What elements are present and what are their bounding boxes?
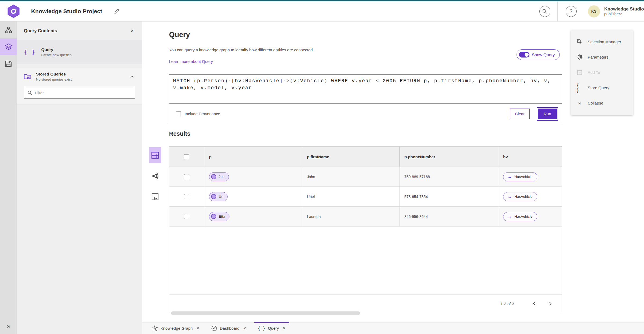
rail-item-link-chart[interactable] bbox=[0, 21, 17, 38]
dashboard-icon bbox=[211, 325, 217, 331]
query-item-text: Query Create new queries bbox=[41, 47, 72, 57]
table-row: Joe John 759-889-57168 → HasVehicle bbox=[169, 167, 562, 187]
app-header: Knowledge Studio Project ? KS Knowledge … bbox=[0, 1, 644, 21]
tab-knowledge-graph[interactable]: Knowledge Graph ✕ bbox=[146, 322, 205, 334]
entity-node-icon bbox=[211, 214, 216, 219]
tab-close-icon[interactable]: ✕ bbox=[243, 326, 246, 330]
app-logo-icon bbox=[7, 4, 20, 18]
relationship-arrow-icon: → bbox=[508, 214, 512, 219]
entity-label: Etta bbox=[219, 214, 225, 218]
column-header-firstname[interactable]: p.firstName bbox=[302, 147, 400, 167]
view-toggle-link-chart[interactable] bbox=[149, 168, 161, 184]
entity-pill[interactable]: Joe bbox=[209, 172, 229, 181]
include-provenance-checkbox[interactable] bbox=[176, 111, 181, 116]
user-org-name: Knowledge Studio bbox=[604, 6, 644, 12]
header-search-wrap bbox=[532, 6, 557, 17]
query-textarea[interactable]: MATCH (p:Person)-[hv:HasVehicle]->(v:Veh… bbox=[169, 75, 562, 104]
cell-p: Etta bbox=[204, 207, 302, 226]
next-page-button[interactable] bbox=[546, 299, 555, 308]
view-toggle-chart[interactable] bbox=[149, 189, 161, 205]
chevron-right-icon bbox=[549, 301, 552, 306]
tab-close-icon[interactable]: ✕ bbox=[196, 326, 199, 330]
braces-icon: { } bbox=[24, 49, 35, 55]
table-footer: 1-3 of 3 bbox=[169, 294, 562, 313]
table-row: Etta Lauretta 846-956-8644 → HasVehicle bbox=[169, 207, 562, 227]
run-button[interactable]: Run bbox=[537, 107, 558, 121]
row-checkbox[interactable] bbox=[184, 194, 189, 199]
clear-button[interactable]: Clear bbox=[510, 109, 530, 119]
search-icon bbox=[542, 9, 547, 14]
cell-p: Uri bbox=[204, 187, 302, 206]
menu-item-store-query[interactable]: { } Store Query bbox=[571, 80, 633, 95]
show-query-label: Show Query bbox=[532, 52, 555, 57]
menu-item-label: Parameters bbox=[588, 55, 609, 59]
query-editor: MATCH (p:Person)-[hv:HasVehicle]->(v:Veh… bbox=[169, 74, 562, 124]
entity-label: Uri bbox=[219, 195, 223, 199]
chart-view-icon bbox=[152, 193, 159, 200]
query-item-title: Query bbox=[41, 47, 72, 52]
prev-page-button[interactable] bbox=[530, 299, 539, 308]
layers-icon bbox=[5, 43, 12, 51]
select-all-checkbox[interactable] bbox=[184, 154, 189, 159]
show-query-toggle[interactable]: Show Query bbox=[517, 49, 560, 60]
row-checkbox[interactable] bbox=[184, 214, 189, 219]
row-checkbox[interactable] bbox=[184, 174, 189, 179]
braces-icon: { } bbox=[258, 326, 265, 331]
cell-firstname: Uriel bbox=[302, 187, 400, 206]
relationship-pill[interactable]: → HasVehicle bbox=[503, 212, 537, 221]
relationship-pill[interactable]: → HasVehicle bbox=[503, 192, 537, 201]
sidebar-item-query[interactable]: { } Query Create new queries bbox=[17, 40, 142, 64]
table-row: Uri Uriel 578-654-7854 → HasVehicle bbox=[169, 187, 562, 207]
menu-item-add-to[interactable]: Add To bbox=[571, 65, 633, 80]
tab-close-icon[interactable]: ✕ bbox=[283, 326, 286, 330]
select-all-cell bbox=[169, 147, 204, 167]
panel-header: Query Contents ✕ bbox=[17, 21, 142, 40]
avatar[interactable]: KS bbox=[588, 5, 600, 17]
bottom-tab-bar: Knowledge Graph ✕ Dashboard ✕ { } Query … bbox=[142, 322, 644, 334]
chevron-up-icon bbox=[130, 75, 134, 78]
tab-dashboard[interactable]: Dashboard ✕ bbox=[205, 322, 252, 334]
cell-hv: → HasVehicle bbox=[498, 187, 562, 206]
filter-input[interactable] bbox=[35, 91, 131, 95]
search-button[interactable] bbox=[539, 6, 550, 17]
user-info: Knowledge Studio publisher2 bbox=[604, 6, 644, 16]
rail-item-contents[interactable] bbox=[0, 38, 17, 55]
collapse-section-button[interactable] bbox=[129, 74, 135, 79]
entity-pill[interactable]: Uri bbox=[209, 192, 228, 201]
stored-queries-subtitle: No stored queries exist bbox=[36, 77, 124, 81]
results-view-switcher bbox=[149, 147, 161, 205]
help-button[interactable]: ? bbox=[566, 6, 577, 17]
relationship-pill[interactable]: → HasVehicle bbox=[503, 172, 537, 181]
tab-query[interactable]: { } Query ✕ bbox=[252, 322, 291, 334]
column-header-p[interactable]: p bbox=[204, 147, 302, 167]
relationship-label: HasVehicle bbox=[514, 175, 533, 179]
stored-queries-text: Stored Queries No stored queries exist bbox=[36, 72, 124, 81]
cell-phonenumber: 578-654-7854 bbox=[400, 187, 498, 206]
stored-queries-section: Stored Queries No stored queries exist bbox=[17, 67, 142, 105]
cell-firstname: Lauretta bbox=[302, 207, 400, 226]
menu-item-parameters[interactable]: Parameters bbox=[571, 49, 633, 65]
help-icon: ? bbox=[570, 8, 573, 14]
stored-queries-header[interactable]: Stored Queries No stored queries exist bbox=[17, 67, 142, 84]
expand-rail-button[interactable]: » bbox=[0, 320, 17, 332]
knowledge-studio-app: Knowledge Studio Project ? KS Knowledge … bbox=[0, 0, 644, 334]
menu-item-label: Collapse bbox=[588, 101, 603, 105]
menu-item-selection-manager[interactable]: Selection Manager bbox=[571, 34, 633, 49]
panel-close-button[interactable]: ✕ bbox=[129, 27, 135, 34]
entity-pill[interactable]: Etta bbox=[209, 212, 229, 221]
learn-more-link[interactable]: Learn more about Query bbox=[169, 59, 213, 64]
column-header-phonenumber[interactable]: p.phoneNumber bbox=[400, 147, 498, 167]
pencil-icon bbox=[114, 8, 120, 15]
menu-item-collapse[interactable]: » Collapse bbox=[571, 95, 633, 111]
results-table: p p.firstName p.phoneNumber hv Joe John … bbox=[169, 146, 562, 313]
tab-label: Knowledge Graph bbox=[160, 326, 193, 331]
braces-icon: { } bbox=[576, 82, 583, 93]
column-header-hv[interactable]: hv bbox=[498, 147, 562, 167]
tab-label: Dashboard bbox=[220, 326, 239, 331]
rail-item-save[interactable] bbox=[0, 55, 17, 72]
view-toggle-table[interactable] bbox=[149, 147, 161, 163]
relationship-label: HasVehicle bbox=[514, 195, 533, 199]
tab-label: Query bbox=[268, 326, 279, 331]
edit-title-button[interactable] bbox=[112, 7, 122, 16]
left-rail: » bbox=[0, 21, 17, 334]
